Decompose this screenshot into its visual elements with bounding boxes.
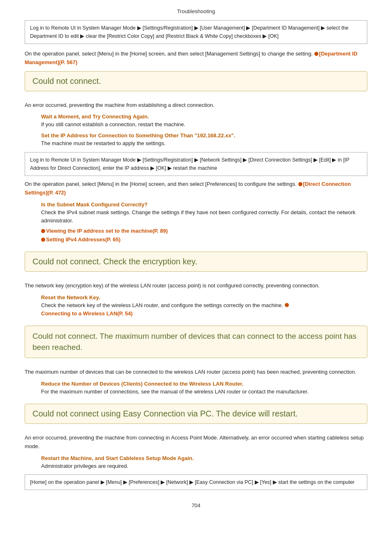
section-title-encryption: Could not connect. Check the encryption … (32, 257, 360, 266)
subsection-subnet-title: Is the Subnet Mask Configured Correctly? (41, 201, 367, 208)
encryption-description: The network key (encryption key) of the … (25, 282, 367, 290)
reduce-devices-body: For the maximum number of connections, s… (41, 388, 367, 396)
link-icon-direct (298, 182, 302, 186)
section-max-devices: Could not connect. The maximum number of… (25, 326, 367, 358)
section-could-not-connect: Could not connect. (25, 71, 367, 91)
subsection-ip-body: The machine must be restarted to apply t… (41, 139, 367, 148)
subsection-wait-title: Wait a Moment, and Try Connecting Again. (41, 113, 367, 120)
subsection-reset-network: Reset the Network Key. Check the network… (41, 294, 367, 319)
link-icon-ipv4 (41, 238, 45, 242)
reset-network-body: Check the network key of the wireless LA… (41, 301, 367, 319)
link-icon-viewing (41, 229, 45, 233)
viewing-ip-link[interactable]: Viewing the IP address set to the machin… (46, 228, 168, 234)
subsection-subnet-links: Viewing the IP address set to the machin… (41, 227, 367, 244)
section-easy-connection: Could not connect using Easy Connection … (25, 404, 367, 424)
easy-connection-description: An error occurred, preventing the machin… (25, 434, 367, 451)
subsection-ip-title: Set the IP Address for Connection to Som… (41, 132, 367, 139)
restart-machine-body: Administrator privileges are required. (41, 462, 367, 471)
link-icon-1 (314, 52, 318, 56)
subsection-restart-machine: Restart the Machine, and Start Cableless… (41, 455, 367, 471)
subsection-wait-body: If you still cannot establish a connecti… (41, 120, 367, 129)
restart-machine-title: Restart the Machine, and Start Cableless… (41, 455, 367, 461)
reduce-devices-title: Reduce the Number of Devices (Clients) C… (41, 381, 367, 387)
subsection-subnet: Is the Subnet Mask Configured Correctly?… (41, 201, 367, 244)
code-block-easy-connection: [Home] on the operation panel ▶ [Menu] ▶… (25, 474, 367, 490)
panel-text-direct-connection: On the operation panel, select [Menu] in… (25, 180, 367, 197)
section-max-devices-content: The maximum number of devices that can b… (25, 364, 367, 396)
code-block-direct-connection: Log in to Remote UI in System Manager Mo… (25, 152, 367, 176)
code-block-1: Log in to Remote UI in System Manager Mo… (25, 20, 367, 44)
ipv4-link[interactable]: Setting IPv4 Addresses(P. 65) (46, 236, 120, 243)
max-devices-description: The maximum number of devices that can b… (25, 368, 367, 377)
body-text-1: On the operation panel, select [Menu] in… (25, 50, 367, 67)
section-could-not-connect-content: An error occurred, preventing the machin… (25, 97, 367, 244)
section-encryption-content: The network key (encryption key) of the … (25, 278, 367, 318)
reset-network-title: Reset the Network Key. (41, 294, 367, 301)
section-title-max-devices: Could not connect. The maximum number of… (32, 331, 360, 353)
subsection-subnet-body: Check the IPv4 subnet mask settings. Cha… (41, 208, 367, 226)
subsection-wait: Wait a Moment, and Try Connecting Again.… (41, 113, 367, 148)
section-title-could-not-connect: Could not connect. (32, 76, 360, 86)
link-icon-wireless (285, 303, 289, 307)
wireless-lan-link[interactable]: Connecting to a Wireless LAN(P. 54) (41, 310, 133, 317)
section-easy-connection-content: An error occurred, preventing the machin… (25, 430, 367, 490)
section-encryption-key: Could not connect. Check the encryption … (25, 252, 367, 272)
page-number: 704 (25, 502, 367, 509)
could-not-connect-description: An error occurred, preventing the machin… (25, 101, 367, 110)
section-title-easy-connection: Could not connect using Easy Connection … (32, 409, 360, 419)
subsection-reduce-devices: Reduce the Number of Devices (Clients) C… (41, 381, 367, 396)
page-title: Troubleshooting (25, 8, 367, 14)
